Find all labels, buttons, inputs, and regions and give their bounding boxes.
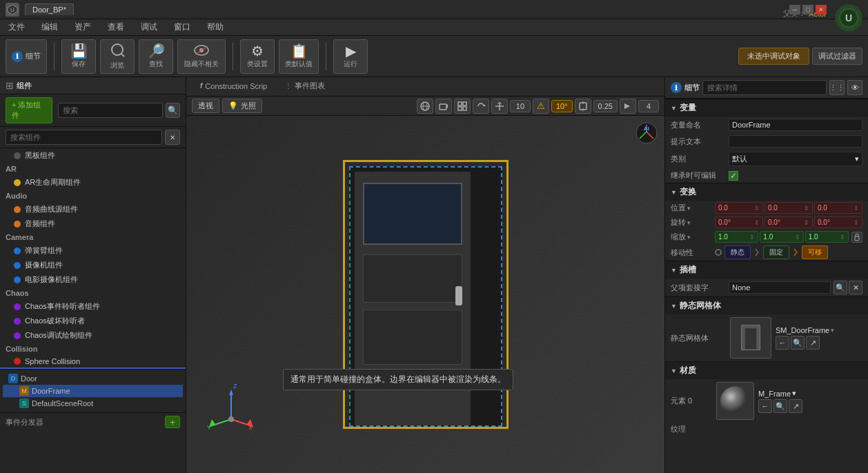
details-eye-button[interactable]: 👁 <box>847 80 862 95</box>
rotate-button[interactable] <box>473 99 489 114</box>
scale-z-input[interactable]: 1.0 ⇕ <box>805 231 849 243</box>
component-search-input[interactable] <box>6 130 162 145</box>
browse-button[interactable]: 浏览 <box>100 39 135 74</box>
move-button[interactable] <box>491 99 508 114</box>
mat-search-button[interactable]: 🔍 <box>773 399 787 413</box>
rotation-x-input[interactable]: 0.0° ⇕ <box>715 217 763 228</box>
list-item[interactable]: Chaos事件聆听者组件 <box>0 299 186 314</box>
rotation-z-value: 0.0° <box>818 219 830 226</box>
camera-view-button[interactable] <box>435 99 452 114</box>
hide-label: 隐藏不相关 <box>184 59 219 69</box>
snap-size-icon[interactable] <box>575 99 591 114</box>
search-input[interactable] <box>58 103 163 118</box>
debug-target-button[interactable]: 未选中调试对象 <box>738 48 809 65</box>
list-item[interactable]: 摄像机组件 <box>0 258 186 272</box>
variable-name-input[interactable] <box>729 119 862 131</box>
details-grid-button[interactable]: ⋮⋮ <box>829 80 845 95</box>
minimize-button[interactable]: ─ <box>789 5 800 14</box>
slot-search-button[interactable]: 🔍 <box>834 281 847 294</box>
rotation-z-input[interactable]: 0.0° ⇕ <box>814 217 862 228</box>
debug-filter-button[interactable]: 调试过滤器 <box>812 48 862 65</box>
mat-arrow-left-button[interactable]: ← <box>758 399 772 413</box>
tab-construction-script[interactable]: f Construction Scrip <box>192 80 275 94</box>
camera-speed-icon[interactable] <box>620 99 636 114</box>
rotation-y-input[interactable]: 0.0° ⇕ <box>765 217 813 228</box>
menu-help[interactable]: 帮助 <box>204 20 226 34</box>
variables-section-header[interactable]: ▼ 变量 <box>665 99 868 117</box>
list-item[interactable]: 电影摄像机组件 <box>0 272 186 287</box>
static-button[interactable]: 静态 <box>724 245 751 259</box>
save-button[interactable]: 💾 保存 <box>61 39 96 74</box>
add-component-button[interactable]: + 添加组件 <box>6 97 52 123</box>
mesh-search-button[interactable]: 🔍 <box>791 336 805 350</box>
tooltip-text-input[interactable] <box>729 135 862 148</box>
menu-file[interactable]: 文件 <box>6 20 28 34</box>
list-item[interactable]: Chaos调试绘制组件 <box>0 328 186 343</box>
hide-unrelated-button[interactable]: 隐藏不相关 <box>177 39 226 74</box>
mobility-radio[interactable] <box>715 249 722 256</box>
maximize-button[interactable]: □ <box>802 5 813 14</box>
movable-button[interactable]: 可移 <box>802 245 828 259</box>
close-button[interactable]: ✕ <box>816 5 827 14</box>
category-dropdown[interactable]: 默认 ▾ <box>729 152 862 166</box>
list-item[interactable]: 音频组件 <box>0 217 186 231</box>
list-item[interactable]: 音频曲线源组件 <box>0 202 186 217</box>
scale-lock-button[interactable] <box>851 232 862 243</box>
menu-view[interactable]: 查看 <box>105 20 127 34</box>
mesh-arrow-left-button[interactable]: ← <box>776 336 789 350</box>
scale-display[interactable]: 0.25 <box>593 100 618 112</box>
perspective-button[interactable]: 透视 <box>192 99 219 113</box>
hierarchy-door[interactable]: D Door <box>3 372 183 385</box>
menu-edit[interactable]: 编辑 <box>39 20 61 34</box>
slot-clear-button[interactable]: ✕ <box>849 281 862 294</box>
event-tab-label: 事件图表 <box>295 81 325 91</box>
mat-browse-button[interactable]: ↗ <box>789 399 802 413</box>
list-item[interactable]: Sphere Collision <box>0 355 186 368</box>
run-button[interactable]: ▶ 运行 <box>333 39 368 74</box>
add-event-button[interactable]: + <box>165 416 180 428</box>
static-mesh-section-header[interactable]: ▼ 静态网格体 <box>665 296 868 314</box>
hide-icon <box>194 44 209 58</box>
parent-socket-input[interactable] <box>729 281 831 294</box>
list-item[interactable]: 黑板组件 <box>0 148 186 163</box>
mesh-browse-button[interactable]: ↗ <box>806 336 820 350</box>
list-item[interactable]: AR生命周期组件 <box>0 175 186 190</box>
class-defaults-button[interactable]: 📋 类默认值 <box>279 39 319 74</box>
camera-speed-display[interactable]: 4 <box>638 100 659 112</box>
list-item[interactable]: Chaos破坏聆听者 <box>0 314 186 328</box>
grid-size-display[interactable]: 10 <box>510 100 531 112</box>
materials-section-header[interactable]: ▼ 材质 <box>665 361 868 379</box>
search-magnifier-button[interactable]: 🔍 <box>166 103 180 118</box>
lighting-button[interactable]: 💡 光照 <box>222 99 262 113</box>
warning-icon-btn[interactable]: ⚠ <box>533 99 549 114</box>
find-button[interactable]: 🔎 查找 <box>139 39 173 74</box>
sphere-view-button[interactable] <box>417 99 433 114</box>
browse-icon <box>110 42 125 59</box>
scale-x-input[interactable]: 1.0 ⇕ <box>715 231 758 243</box>
angle-display[interactable]: 10° <box>551 100 573 112</box>
menu-window[interactable]: 窗口 <box>171 20 193 34</box>
transform-section-header[interactable]: ▼ 变换 <box>665 183 868 201</box>
details-search-input[interactable] <box>702 80 827 95</box>
position-z-input[interactable]: 0.0 ⇕ <box>814 202 862 214</box>
door-scene[interactable]: Z X Y Ai <box>186 116 664 473</box>
slot-section-header[interactable]: ▼ 插槽 <box>665 261 868 279</box>
tab-event-graph[interactable]: ⋮ 事件图表 <box>277 79 333 94</box>
viewport-content[interactable]: Z X Y Ai <box>186 116 664 473</box>
stationary-button[interactable]: 固定 <box>763 245 789 259</box>
component-search-clear[interactable]: ✕ <box>165 130 180 145</box>
parent-socket-label: 父项套接字 <box>671 283 726 293</box>
snap-button[interactable] <box>454 99 471 114</box>
file-tab[interactable]: Door_BP* <box>25 3 74 15</box>
position-x-input[interactable]: 0.0 ⇕ <box>715 202 763 214</box>
hierarchy-doorframe[interactable]: M DoorFrame <box>3 385 183 397</box>
menu-asset[interactable]: 资产 <box>72 20 94 34</box>
class-settings-button[interactable]: ⚙ 类设置 <box>240 39 275 74</box>
list-item[interactable]: 弹簧臂组件 <box>0 243 186 258</box>
menu-debug[interactable]: 调试 <box>138 20 160 34</box>
position-y-input[interactable]: 0.0 ⇕ <box>765 202 813 214</box>
hierarchy-sceneroot[interactable]: S DefaultSceneRoot <box>3 397 183 410</box>
editable-checkbox[interactable]: ✓ <box>729 171 738 181</box>
details-toolbar-btn[interactable]: ℹ 细节 <box>6 39 47 74</box>
scale-y-input[interactable]: 1.0 ⇕ <box>760 231 803 243</box>
